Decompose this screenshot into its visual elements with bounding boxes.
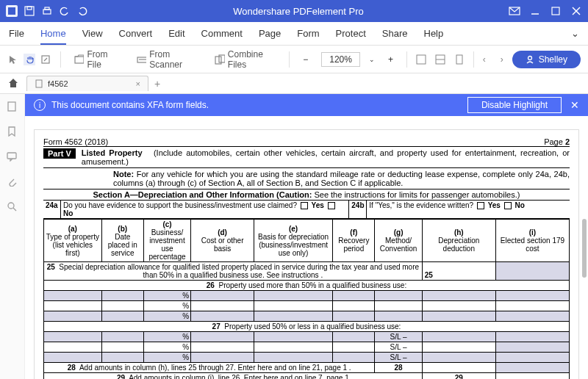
info-icon: i: [34, 99, 46, 111]
tabbar: f4562 × +: [0, 73, 588, 94]
pdf-page: Form 4562 (2018) Page 2 Part V Listed Pr…: [34, 129, 579, 379]
tab-close-icon[interactable]: ×: [136, 79, 140, 88]
menu-home[interactable]: Home: [40, 28, 66, 45]
sidebar: [0, 94, 25, 379]
undo-icon[interactable]: [59, 5, 71, 17]
menu-chevron-icon[interactable]: ⌄: [571, 28, 579, 39]
document-tab[interactable]: f4562 ×: [26, 76, 148, 91]
part-v-badge: Part V: [43, 148, 76, 159]
svg-rect-22: [36, 80, 42, 87]
menu-protect[interactable]: Protect: [336, 28, 366, 39]
svg-rect-5: [45, 7, 49, 10]
edit-tool-icon[interactable]: [40, 54, 51, 65]
menu-share[interactable]: Share: [382, 28, 408, 39]
redo-icon[interactable]: [76, 5, 88, 17]
svg-rect-24: [7, 153, 16, 159]
maximize-icon[interactable]: [550, 5, 562, 17]
app-logo-icon: [6, 5, 18, 17]
zoom-dropdown-icon[interactable]: ⌄: [369, 56, 375, 63]
from-scanner-button[interactable]: From Scanner: [132, 46, 202, 73]
svg-line-26: [13, 208, 16, 211]
svg-rect-4: [43, 10, 51, 14]
fit-width-icon[interactable]: [416, 54, 426, 65]
zoom-in-button[interactable]: +: [384, 54, 398, 65]
section-a-header: Section A—Depreciation and Other Informa…: [43, 189, 570, 201]
checkbox-24b-no[interactable]: [504, 202, 512, 209]
menu-file[interactable]: File: [9, 28, 24, 39]
titlebar: Wondershare PDFelement Pro: [0, 0, 588, 22]
menu-form[interactable]: Form: [297, 28, 319, 39]
bookmarks-icon[interactable]: [7, 126, 18, 138]
menu-help[interactable]: Help: [424, 28, 444, 39]
checkbox-24a-yes[interactable]: [301, 202, 308, 209]
menu-convert[interactable]: Convert: [119, 28, 153, 39]
disable-highlight-button[interactable]: Disable Highlight: [467, 97, 562, 113]
search-icon[interactable]: [7, 201, 18, 213]
svg-rect-3: [27, 7, 32, 10]
mail-icon[interactable]: [509, 5, 520, 17]
scrollbar[interactable]: [582, 219, 587, 278]
checkbox-24a-no[interactable]: [328, 202, 335, 209]
from-file-button[interactable]: From File: [70, 46, 123, 73]
attachments-icon[interactable]: [7, 176, 18, 188]
form-header-left: Form 4562 (2018): [43, 137, 108, 146]
svg-point-25: [8, 203, 14, 209]
tab-add-icon[interactable]: +: [154, 78, 160, 90]
comments-icon[interactable]: [7, 151, 18, 163]
form-header-right: Page 2: [544, 137, 570, 146]
home-icon[interactable]: [7, 77, 19, 91]
content-area: i This document contains XFA form fields…: [25, 94, 588, 379]
actual-size-icon[interactable]: [454, 54, 465, 65]
toolbar: From File From Scanner Combine Files − 1…: [0, 46, 588, 73]
banner-close-icon[interactable]: ✕: [570, 99, 579, 111]
next-page-icon[interactable]: ›: [501, 54, 503, 65]
svg-rect-2: [25, 7, 34, 15]
svg-rect-8: [552, 7, 559, 15]
xfa-banner: i This document contains XFA form fields…: [25, 94, 588, 116]
pointer-tool-icon[interactable]: [7, 54, 19, 65]
minimize-icon[interactable]: [529, 5, 541, 17]
svg-rect-20: [456, 55, 462, 64]
user-button[interactable]: Shelley: [512, 51, 581, 68]
prev-page-icon[interactable]: ‹: [483, 54, 486, 65]
hand-tool-icon[interactable]: [24, 54, 35, 65]
menubar: File Home View Convert Edit Comment Page…: [0, 22, 588, 46]
banner-message: This document contains XFA form fields.: [51, 100, 209, 110]
fit-page-icon[interactable]: [435, 54, 445, 65]
combine-files-button[interactable]: Combine Files: [210, 46, 280, 73]
tab-title: f4562: [48, 79, 68, 88]
svg-rect-1: [8, 7, 15, 15]
property-table: (a)Type of property (list vehicles first…: [43, 219, 570, 379]
menu-comment[interactable]: Comment: [201, 28, 243, 39]
checkbox-24b-yes[interactable]: [477, 202, 484, 209]
svg-rect-17: [417, 55, 426, 64]
note-text: Note: For any vehicle for which you are …: [43, 168, 570, 189]
close-icon[interactable]: [570, 5, 582, 17]
svg-point-21: [528, 56, 531, 59]
app-title: Wondershare PDFelement Pro: [88, 6, 509, 17]
svg-rect-23: [8, 102, 15, 111]
print-icon[interactable]: [41, 5, 53, 17]
save-icon[interactable]: [24, 5, 35, 17]
zoom-level[interactable]: 120%: [321, 52, 360, 67]
svg-rect-12: [75, 57, 84, 63]
menu-view[interactable]: View: [82, 28, 103, 39]
thumbnails-icon[interactable]: [7, 101, 18, 113]
menu-page[interactable]: Page: [259, 28, 281, 39]
menu-edit[interactable]: Edit: [168, 28, 184, 39]
zoom-out-button[interactable]: −: [298, 54, 312, 65]
